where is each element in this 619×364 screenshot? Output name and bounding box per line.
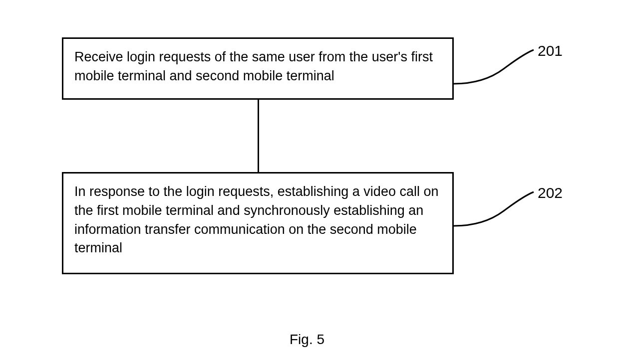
step-text-201: Receive login requests of the same user … [74, 49, 433, 83]
figure-caption: Fig. 5 [290, 332, 324, 348]
connector-line [258, 100, 259, 172]
flowchart-diagram: Receive login requests of the same user … [0, 0, 619, 364]
step-text-202: In response to the login requests, estab… [74, 184, 438, 255]
step-box-201: Receive login requests of the same user … [62, 37, 454, 100]
callout-curve-201 [454, 44, 539, 89]
callout-curve-202 [454, 186, 539, 231]
step-label-201: 201 [538, 42, 563, 59]
step-label-202: 202 [538, 184, 563, 201]
step-box-202: In response to the login requests, estab… [62, 172, 454, 274]
